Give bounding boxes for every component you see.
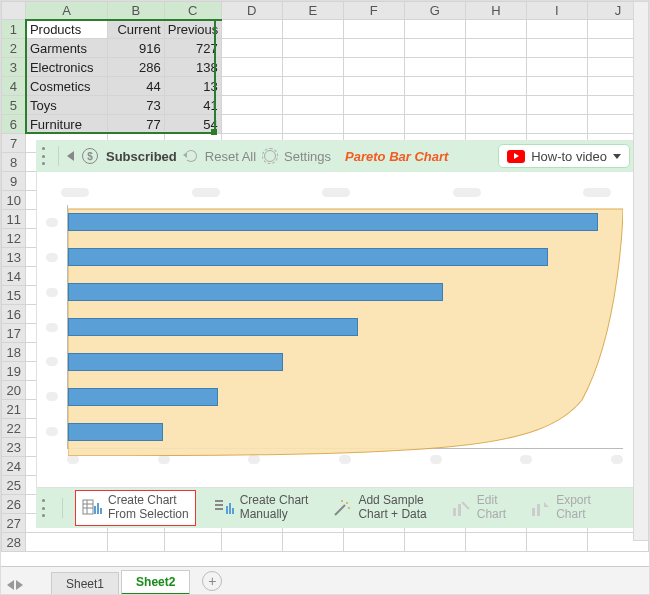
grip-icon[interactable] bbox=[42, 147, 50, 165]
row-header-10[interactable]: 10 bbox=[2, 191, 26, 210]
row-header-20[interactable]: 20 bbox=[2, 381, 26, 400]
cell[interactable] bbox=[465, 115, 526, 134]
vertical-scrollbar[interactable] bbox=[633, 1, 649, 541]
row-header-23[interactable]: 23 bbox=[2, 438, 26, 457]
row-header-27[interactable]: 27 bbox=[2, 514, 26, 533]
col-header-C[interactable]: C bbox=[164, 2, 221, 20]
row-header-7[interactable]: 7 bbox=[2, 134, 26, 153]
cell[interactable] bbox=[221, 58, 282, 77]
cell[interactable] bbox=[221, 115, 282, 134]
cell[interactable] bbox=[221, 533, 282, 552]
cell[interactable] bbox=[465, 39, 526, 58]
cell[interactable] bbox=[221, 39, 282, 58]
row-header-14[interactable]: 14 bbox=[2, 267, 26, 286]
back-icon[interactable] bbox=[67, 151, 74, 161]
cell[interactable] bbox=[526, 96, 587, 115]
cell[interactable] bbox=[343, 533, 404, 552]
row-header-25[interactable]: 25 bbox=[2, 476, 26, 495]
col-header-G[interactable]: G bbox=[404, 2, 465, 20]
cell[interactable] bbox=[282, 77, 343, 96]
cell[interactable] bbox=[343, 96, 404, 115]
cell[interactable] bbox=[465, 58, 526, 77]
create-chart-from-selection-button[interactable]: Create Chart From Selection bbox=[75, 490, 196, 526]
cell[interactable]: Products bbox=[26, 20, 107, 39]
row-header-11[interactable]: 11 bbox=[2, 210, 26, 229]
row-header-28[interactable]: 28 bbox=[2, 533, 26, 552]
tab-sheet2[interactable]: Sheet2 bbox=[121, 570, 190, 595]
cell[interactable] bbox=[343, 39, 404, 58]
howto-video-button[interactable]: How-to video bbox=[498, 144, 630, 168]
cell[interactable] bbox=[282, 96, 343, 115]
reset-icon[interactable] bbox=[185, 150, 197, 162]
cell[interactable]: 73 bbox=[107, 96, 164, 115]
row-header-4[interactable]: 4 bbox=[2, 77, 26, 96]
cell[interactable] bbox=[221, 77, 282, 96]
row-header-12[interactable]: 12 bbox=[2, 229, 26, 248]
cell[interactable]: 54 bbox=[164, 115, 221, 134]
cell[interactable] bbox=[465, 20, 526, 39]
prev-sheet-icon[interactable] bbox=[7, 580, 14, 590]
cell[interactable]: Current bbox=[107, 20, 164, 39]
row-header-15[interactable]: 15 bbox=[2, 286, 26, 305]
row-header-13[interactable]: 13 bbox=[2, 248, 26, 267]
cell[interactable] bbox=[526, 20, 587, 39]
col-header-E[interactable]: E bbox=[282, 2, 343, 20]
cell[interactable]: Furniture bbox=[26, 115, 107, 134]
cell[interactable]: 916 bbox=[107, 39, 164, 58]
cell[interactable]: 286 bbox=[107, 58, 164, 77]
cell[interactable] bbox=[526, 115, 587, 134]
cell[interactable]: Toys bbox=[26, 96, 107, 115]
cell[interactable] bbox=[282, 39, 343, 58]
cell[interactable] bbox=[282, 58, 343, 77]
row-header-1[interactable]: 1 bbox=[2, 20, 26, 39]
cell[interactable]: 138 bbox=[164, 58, 221, 77]
cell[interactable] bbox=[404, 533, 465, 552]
cell[interactable] bbox=[221, 96, 282, 115]
row-header-16[interactable]: 16 bbox=[2, 305, 26, 324]
cell[interactable]: Previous bbox=[164, 20, 221, 39]
row-header-21[interactable]: 21 bbox=[2, 400, 26, 419]
cell[interactable]: 727 bbox=[164, 39, 221, 58]
cell[interactable]: 77 bbox=[107, 115, 164, 134]
select-all-corner[interactable] bbox=[2, 2, 26, 20]
dollar-icon[interactable]: $ bbox=[82, 148, 98, 164]
col-header-F[interactable]: F bbox=[343, 2, 404, 20]
cell[interactable] bbox=[221, 20, 282, 39]
row-header-5[interactable]: 5 bbox=[2, 96, 26, 115]
cell[interactable] bbox=[26, 533, 107, 552]
col-header-D[interactable]: D bbox=[221, 2, 282, 20]
subscribed-label[interactable]: Subscribed bbox=[106, 149, 177, 164]
cell[interactable] bbox=[526, 39, 587, 58]
cell[interactable] bbox=[282, 20, 343, 39]
cell[interactable] bbox=[404, 96, 465, 115]
row-header-24[interactable]: 24 bbox=[2, 457, 26, 476]
row-header-8[interactable]: 8 bbox=[2, 153, 26, 172]
cell[interactable]: Electronics bbox=[26, 58, 107, 77]
cell[interactable] bbox=[404, 115, 465, 134]
cell[interactable]: Cosmetics bbox=[26, 77, 107, 96]
row-header-17[interactable]: 17 bbox=[2, 324, 26, 343]
tab-sheet1[interactable]: Sheet1 bbox=[51, 572, 119, 595]
cell[interactable]: 44 bbox=[107, 77, 164, 96]
gear-icon[interactable] bbox=[264, 150, 276, 162]
col-header-B[interactable]: B bbox=[107, 2, 164, 20]
cell[interactable] bbox=[343, 58, 404, 77]
cell[interactable] bbox=[404, 39, 465, 58]
grip-icon[interactable] bbox=[42, 499, 50, 517]
col-header-A[interactable]: A bbox=[26, 2, 107, 20]
cell[interactable] bbox=[404, 20, 465, 39]
cell[interactable] bbox=[282, 115, 343, 134]
row-header-3[interactable]: 3 bbox=[2, 58, 26, 77]
row-header-2[interactable]: 2 bbox=[2, 39, 26, 58]
cell[interactable] bbox=[343, 20, 404, 39]
settings-button[interactable]: Settings bbox=[284, 149, 331, 164]
column-headers[interactable]: A B C D E F G H I J bbox=[2, 2, 649, 20]
row-header-19[interactable]: 19 bbox=[2, 362, 26, 381]
cell[interactable] bbox=[282, 533, 343, 552]
row-header-18[interactable]: 18 bbox=[2, 343, 26, 362]
tab-nav[interactable] bbox=[7, 580, 23, 590]
next-sheet-icon[interactable] bbox=[16, 580, 23, 590]
create-chart-manually-button[interactable]: Create Chart Manually bbox=[208, 491, 315, 525]
cell[interactable] bbox=[107, 533, 164, 552]
row-header-26[interactable]: 26 bbox=[2, 495, 26, 514]
